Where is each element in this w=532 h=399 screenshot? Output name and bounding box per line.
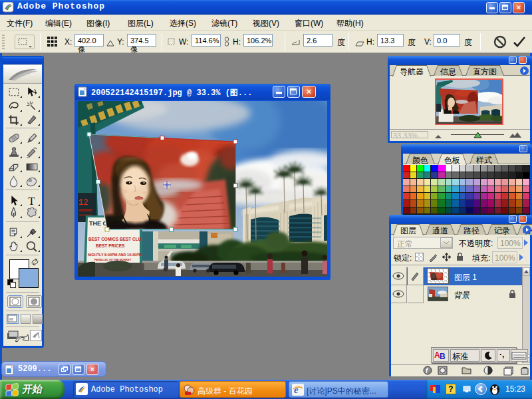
svg-text:PARALLEL OF THE MONKEY: PARALLEL OF THE MONKEY <box>94 258 132 261</box>
svg-text:B: B <box>440 352 446 361</box>
svg-text:BEST PRICES: BEST PRICES <box>96 243 125 248</box>
svg-text:NIGHTLY 8:00PM AND 10:30PM: NIGHTLY 8:00PM AND 10:30PM <box>88 253 142 257</box>
svg-text:12: 12 <box>78 198 88 207</box>
svg-text:e: e <box>294 384 299 395</box>
svg-text:BEST COMICS BEST CLU: BEST COMICS BEST CLU <box>88 237 142 241</box>
